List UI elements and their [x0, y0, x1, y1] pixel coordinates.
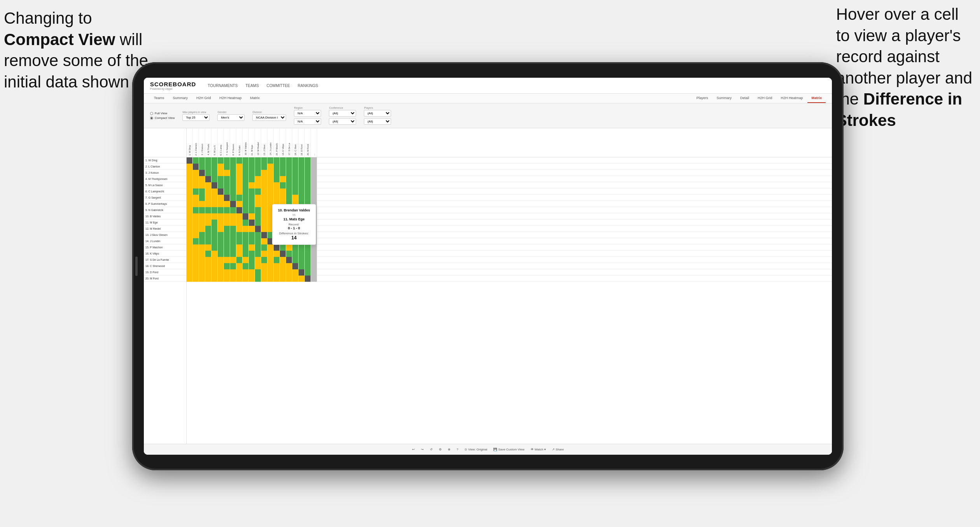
tab-matrix-1[interactable]: Matrix — [246, 94, 264, 103]
matrix-cell[interactable] — [193, 263, 199, 269]
matrix-cell[interactable] — [187, 164, 193, 170]
matrix-cell[interactable] — [249, 257, 255, 263]
matrix-cell[interactable] — [205, 244, 211, 251]
matrix-cell[interactable] — [267, 164, 274, 170]
matrix-cell[interactable] — [224, 170, 230, 176]
matrix-cell[interactable] — [255, 263, 261, 269]
matrix-cell[interactable] — [286, 257, 292, 263]
matrix-cell[interactable] — [193, 232, 199, 238]
matrix-cell[interactable] — [299, 257, 305, 263]
matrix-cell[interactable] — [224, 257, 230, 263]
matrix-cell[interactable] — [261, 182, 267, 188]
matrix-cell[interactable] — [280, 257, 286, 263]
matrix-cell[interactable] — [249, 238, 255, 244]
matrix-cell[interactable] — [267, 182, 274, 188]
matrix-cell[interactable] — [211, 269, 218, 276]
matrix-cell[interactable] — [193, 188, 199, 195]
matrix-cell[interactable] — [299, 176, 305, 182]
matrix-cell[interactable] — [299, 276, 305, 282]
matrix-cell[interactable] — [292, 257, 299, 263]
matrix-cell[interactable] — [211, 257, 218, 263]
matrix-cell[interactable] — [267, 170, 274, 176]
matrix-cell[interactable] — [187, 244, 193, 251]
matrix-cell[interactable] — [187, 201, 193, 207]
matrix-cell[interactable] — [211, 188, 218, 195]
matrix-cell[interactable] — [280, 269, 286, 276]
matrix-cell[interactable] — [249, 220, 255, 226]
reset-btn[interactable]: ↺ — [430, 448, 433, 451]
matrix-cell[interactable] — [274, 170, 280, 176]
matrix-cell[interactable] — [193, 157, 199, 164]
matrix-cell[interactable] — [249, 182, 255, 188]
full-view-option[interactable]: Full View — [150, 112, 175, 115]
matrix-cell[interactable] — [249, 207, 255, 213]
matrix-cell[interactable] — [205, 220, 211, 226]
matrix-cell[interactable] — [187, 220, 193, 226]
matrix-cell[interactable] — [199, 276, 205, 282]
matrix-cell[interactable] — [193, 164, 199, 170]
matrix-cell[interactable] — [205, 269, 211, 276]
matrix-cell[interactable] — [255, 201, 261, 207]
matrix-cell[interactable] — [211, 244, 218, 251]
matrix-cell[interactable] — [299, 244, 305, 251]
matrix-cell[interactable] — [243, 220, 249, 226]
redo-btn[interactable]: ↪ — [421, 448, 424, 451]
matrix-cell[interactable] — [230, 207, 236, 213]
matrix-cell[interactable] — [249, 176, 255, 182]
gender-select[interactable]: Men's — [217, 114, 245, 121]
matrix-cell[interactable] — [236, 226, 243, 232]
matrix-cell[interactable] — [211, 232, 218, 238]
matrix-cell[interactable] — [205, 263, 211, 269]
matrix-cell[interactable] — [261, 164, 267, 170]
matrix-cell[interactable] — [261, 207, 267, 213]
matrix-cell[interactable] — [230, 176, 236, 182]
matrix-cell[interactable] — [211, 201, 218, 207]
matrix-cell[interactable] — [243, 232, 249, 238]
matrix-cell[interactable] — [292, 164, 299, 170]
matrix-cell[interactable] — [286, 176, 292, 182]
matrix-cell[interactable] — [230, 244, 236, 251]
matrix-cell[interactable] — [211, 207, 218, 213]
matrix-cell[interactable] — [305, 263, 311, 269]
matrix-cell[interactable] — [261, 157, 267, 164]
conference-select[interactable]: (All) — [329, 110, 356, 117]
matrix-cell[interactable] — [187, 176, 193, 182]
matrix-cell[interactable] — [211, 182, 218, 188]
matrix-cell[interactable] — [267, 244, 274, 251]
matrix-cell[interactable] — [205, 195, 211, 201]
matrix-cell[interactable] — [205, 176, 211, 182]
matrix-cell[interactable] — [311, 164, 317, 170]
matrix-cell[interactable] — [224, 213, 230, 220]
matrix-cell[interactable] — [255, 269, 261, 276]
matrix-cell[interactable] — [305, 164, 311, 170]
matrix-cell[interactable] — [199, 257, 205, 263]
matrix-cell[interactable] — [230, 182, 236, 188]
matrix-cell[interactable] — [218, 213, 224, 220]
matrix-cell[interactable] — [230, 269, 236, 276]
matrix-cell[interactable] — [249, 226, 255, 232]
matrix-cell[interactable] — [286, 244, 292, 251]
matrix-cell[interactable] — [224, 201, 230, 207]
matrix-cell[interactable] — [218, 232, 224, 238]
matrix-cell[interactable] — [280, 164, 286, 170]
matrix-cell[interactable] — [249, 170, 255, 176]
matrix-cell[interactable] — [311, 182, 317, 188]
matrix-cell[interactable] — [261, 176, 267, 182]
matrix-cell[interactable] — [236, 176, 243, 182]
matrix-cell[interactable] — [205, 251, 211, 257]
matrix-cell[interactable] — [280, 195, 286, 201]
matrix-cell[interactable] — [224, 269, 230, 276]
matrix-cell[interactable] — [305, 244, 311, 251]
matrix-cell[interactable] — [280, 251, 286, 257]
tab-summary-2[interactable]: Summary — [713, 94, 735, 103]
matrix-cell[interactable] — [236, 157, 243, 164]
tab-summary-1[interactable]: Summary — [169, 94, 192, 103]
matrix-cell[interactable] — [205, 232, 211, 238]
matrix-scroll-area[interactable]: 1. W Ding2. L Clanton3. J Koivun4. M Tho… — [144, 128, 832, 444]
matrix-cell[interactable] — [286, 269, 292, 276]
matrix-cell[interactable] — [236, 164, 243, 170]
matrix-cell[interactable] — [211, 176, 218, 182]
matrix-cell[interactable] — [243, 182, 249, 188]
matrix-cell[interactable] — [224, 220, 230, 226]
matrix-cell[interactable] — [224, 226, 230, 232]
